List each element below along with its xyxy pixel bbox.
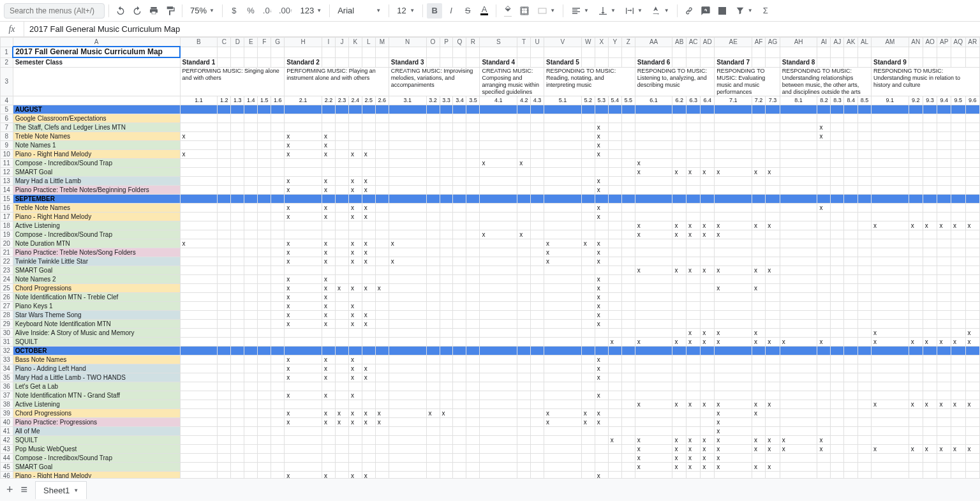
toolbar: 75%▼ $ % .0↓ .00↑ 123▼ Arial▼ 12▼ B I S … <box>0 0 980 22</box>
svg-rect-0 <box>538 8 546 13</box>
more-formats-dropdown[interactable]: 123▼ <box>297 3 326 19</box>
insert-link-button[interactable] <box>681 3 697 19</box>
menu-search-input[interactable] <box>4 3 105 19</box>
text-color-button[interactable]: A <box>477 3 492 19</box>
undo-button[interactable] <box>113 3 128 19</box>
text-rotation-dropdown[interactable]: ▼ <box>648 3 673 19</box>
text-wrap-dropdown[interactable]: ▼ <box>621 3 646 19</box>
fx-icon: fx <box>0 22 24 36</box>
font-dropdown[interactable]: Arial▼ <box>334 3 385 19</box>
increase-decimal-button[interactable]: .00↑ <box>276 3 295 19</box>
redo-button[interactable] <box>130 3 145 19</box>
formula-input[interactable]: 2017 Fall General Music Curriculum Map <box>24 22 980 36</box>
print-button[interactable] <box>146 3 161 19</box>
percent-button[interactable]: % <box>243 3 258 19</box>
insert-chart-button[interactable] <box>715 3 730 19</box>
insert-comment-button[interactable] <box>698 3 713 19</box>
zoom-dropdown[interactable]: 75%▼ <box>186 3 218 19</box>
currency-button[interactable]: $ <box>226 3 242 19</box>
filter-dropdown[interactable]: ▼ <box>731 3 757 19</box>
bold-button[interactable]: B <box>427 3 442 19</box>
italic-button[interactable]: I <box>443 3 459 19</box>
borders-button[interactable] <box>517 3 532 19</box>
spreadsheet-grid[interactable]: ABCDEFGHIJKLMNOPQRSTUVWXYZAAABACADAEAFAG… <box>0 37 980 478</box>
formula-bar: fx 2017 Fall General Music Curriculum Ma… <box>0 22 980 37</box>
paint-format-button[interactable] <box>163 3 178 19</box>
decrease-decimal-button[interactable]: .0↓ <box>260 3 275 19</box>
font-size-dropdown[interactable]: 12▼ <box>393 3 419 19</box>
functions-button[interactable]: Σ <box>758 3 773 19</box>
horizontal-align-dropdown[interactable]: ▼ <box>567 3 593 19</box>
merge-cells-dropdown[interactable]: ▼ <box>533 3 559 19</box>
vertical-align-dropdown[interactable]: ▼ <box>594 3 620 19</box>
fill-color-button[interactable] <box>500 3 516 19</box>
strikethrough-button[interactable]: S <box>460 3 475 19</box>
